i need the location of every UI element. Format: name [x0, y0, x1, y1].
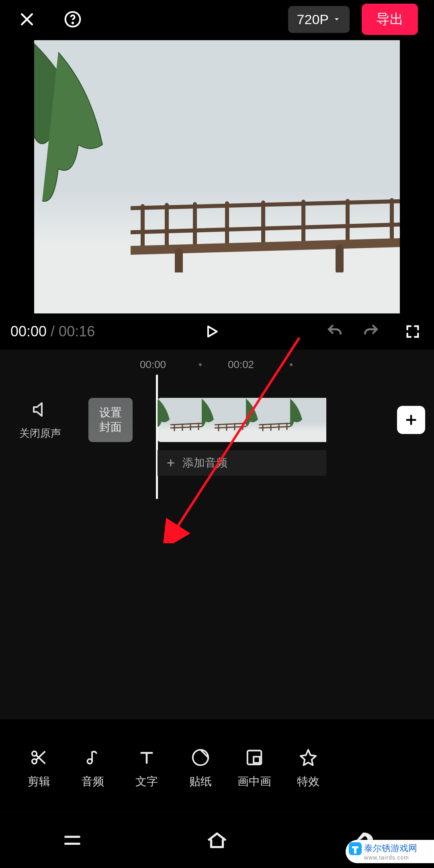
undo-button[interactable]	[324, 321, 346, 342]
preview-decor-bridge	[131, 184, 400, 272]
clip-thumbnail[interactable]	[158, 398, 202, 442]
ruler-tick-2: 00:02	[228, 358, 254, 371]
play-button[interactable]	[201, 321, 223, 342]
tool-edit[interactable]: 剪辑	[12, 747, 66, 789]
tool-sticker[interactable]: 贴纸	[174, 747, 227, 789]
ruler-tick-0: 00:00	[140, 358, 166, 371]
cover-label-2: 封面	[99, 420, 122, 434]
tool-label: 剪辑	[28, 774, 50, 789]
menu-icon	[62, 830, 83, 851]
star-icon	[299, 748, 317, 767]
fullscreen-button[interactable]	[402, 321, 424, 342]
speaker-icon	[31, 400, 50, 419]
header-left	[16, 8, 84, 30]
help-button[interactable]	[62, 8, 84, 30]
plus-icon	[404, 413, 418, 427]
undo-icon	[326, 323, 344, 340]
sticker-icon	[191, 748, 210, 767]
tool-text[interactable]: 文字	[120, 747, 174, 789]
playback-bar: 00:00 / 00:16	[0, 313, 434, 350]
bottom-toolbar: 剪辑 音频 文字 贴纸 画中画 特效	[0, 736, 434, 800]
video-clip-track[interactable]	[158, 398, 326, 442]
timeline-area: 00:00 • 00:02 • 关闭原声 设置 封面	[0, 350, 434, 719]
redo-icon	[362, 323, 380, 340]
preview-decor-tree	[34, 40, 147, 265]
watermark: 泰尔锈游戏网 www.tairds.com	[346, 840, 434, 863]
plus-icon	[166, 458, 176, 468]
redo-button[interactable]	[360, 321, 382, 342]
tool-label: 音频	[82, 774, 104, 789]
close-icon	[18, 10, 36, 28]
tool-audio[interactable]: 音频	[66, 747, 120, 789]
chevron-down-icon	[333, 15, 341, 23]
close-button[interactable]	[16, 8, 38, 30]
current-time: 00:00	[10, 323, 47, 340]
svg-point-2	[32, 751, 37, 756]
play-icon	[203, 323, 221, 340]
tool-label: 画中画	[237, 774, 271, 789]
time-separator: /	[51, 323, 55, 340]
mute-label: 关闭原声	[0, 426, 80, 440]
add-clip-button[interactable]	[397, 406, 425, 434]
fullscreen-icon	[405, 323, 421, 340]
add-audio-label: 添加音频	[182, 455, 227, 471]
preview-area	[0, 39, 434, 313]
nav-home-button[interactable]	[193, 829, 241, 852]
svg-point-3	[32, 759, 37, 764]
help-icon	[64, 10, 82, 28]
tool-pip[interactable]: 画中画	[227, 747, 281, 789]
tool-label: 贴纸	[189, 774, 212, 789]
editor-header: 720P 导出	[0, 0, 434, 39]
svg-point-1	[72, 23, 73, 23]
set-cover-button[interactable]: 设置 封面	[88, 398, 133, 442]
total-time: 00:16	[59, 323, 95, 340]
svg-rect-6	[254, 757, 260, 763]
watermark-icon	[347, 841, 363, 857]
scissors-icon	[30, 748, 48, 767]
clip-thumbnail[interactable]	[202, 398, 246, 442]
cover-label-1: 设置	[99, 405, 122, 420]
text-icon	[137, 748, 156, 767]
resolution-selector[interactable]: 720P	[288, 6, 350, 33]
timeline-ruler[interactable]: 00:00 • 00:02 •	[0, 354, 434, 375]
mute-original-audio[interactable]: 关闭原声	[0, 400, 80, 440]
ruler-dot: •	[289, 358, 293, 371]
home-icon	[205, 829, 229, 852]
clip-thumbnail[interactable]	[246, 398, 290, 442]
music-note-icon	[84, 748, 102, 767]
clip-thumbnail[interactable]	[290, 398, 326, 442]
tool-label: 文字	[135, 774, 158, 789]
watermark-title: 泰尔锈游戏网	[364, 843, 417, 853]
nav-menu-button[interactable]	[48, 830, 96, 851]
video-preview[interactable]	[34, 40, 400, 313]
resolution-label: 720P	[297, 12, 329, 27]
tool-fx[interactable]: 特效	[281, 747, 335, 789]
watermark-subtitle: www.tairds.com	[364, 854, 432, 861]
add-audio-lane[interactable]: 添加音频	[158, 450, 326, 476]
export-button[interactable]: 导出	[362, 4, 418, 35]
pip-icon	[245, 748, 264, 767]
ruler-dot: •	[199, 358, 202, 371]
tool-label: 特效	[297, 774, 319, 789]
export-label: 导出	[376, 11, 403, 27]
video-track-row: 关闭原声 设置 封面	[0, 398, 434, 442]
